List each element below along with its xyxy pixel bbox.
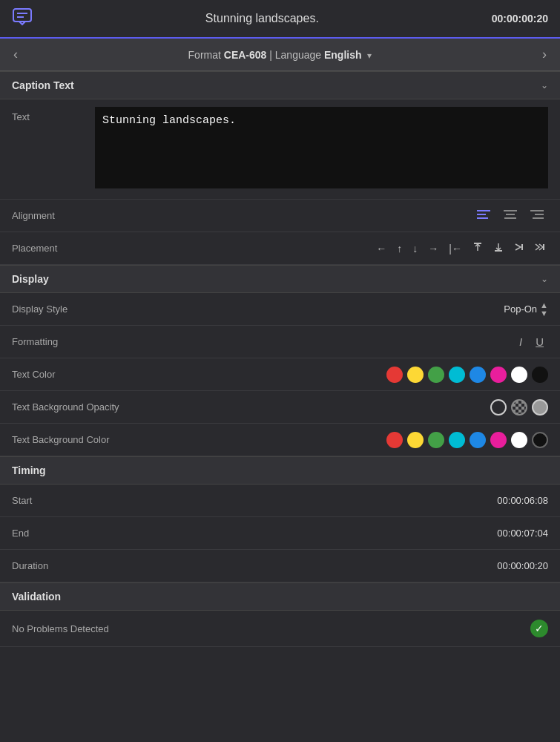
validation-check-icon: ✓ xyxy=(530,620,548,637)
opacity-solid[interactable] xyxy=(532,399,548,416)
bg-color-blue[interactable] xyxy=(470,432,486,448)
end-label: End xyxy=(12,528,116,539)
text-field-label: Text xyxy=(12,107,86,191)
color-blue[interactable] xyxy=(470,367,486,383)
display-style-label: Display Style xyxy=(12,303,116,315)
end-row: End 00:00:07:04 xyxy=(0,517,560,550)
color-white[interactable] xyxy=(511,367,527,383)
app-icon xyxy=(12,6,33,31)
color-cyan[interactable] xyxy=(449,367,465,383)
formatting-row: Formatting I U xyxy=(0,326,560,358)
check-mark: ✓ xyxy=(535,623,544,634)
validation-status-label: No Problems Detected xyxy=(12,623,109,634)
time-suffix: 20 xyxy=(536,13,548,24)
duration-label: Duration xyxy=(12,560,116,571)
caption-text-input[interactable]: Stunning landscapes. xyxy=(95,107,548,188)
text-bg-color-label: Text Background Color xyxy=(12,434,116,445)
format-prev-button[interactable]: ‹ xyxy=(7,44,24,65)
alignment-controls xyxy=(472,208,548,224)
language-dropdown-icon[interactable]: ▾ xyxy=(367,50,372,61)
bg-color-white[interactable] xyxy=(511,432,527,448)
language-value: English xyxy=(324,49,362,61)
start-row: Start 00:00:06:08 xyxy=(0,485,560,517)
format-value: CEA-608 xyxy=(224,49,267,61)
display-style-stepper[interactable]: ▲▼ xyxy=(540,301,548,318)
formatting-controls: I U xyxy=(515,334,548,349)
bg-color-black[interactable] xyxy=(532,432,548,448)
language-label: Language xyxy=(275,49,321,61)
text-bg-opacity-controls xyxy=(490,399,548,416)
display-section-header[interactable]: Display ⌄ xyxy=(0,265,560,293)
alignment-row: Alignment xyxy=(0,200,560,232)
format-label: Format xyxy=(188,49,221,61)
align-center-button[interactable] xyxy=(499,208,521,224)
format-bar: ‹ Format CEA-608 | Language English ▾ › xyxy=(0,39,560,71)
bg-color-yellow[interactable] xyxy=(407,432,424,448)
underline-button[interactable]: U xyxy=(531,334,548,349)
align-left-button[interactable] xyxy=(472,208,495,224)
placement-to-left-button[interactable]: |← xyxy=(446,241,465,256)
text-row: Text Stunning landscapes. xyxy=(0,99,560,200)
color-red[interactable] xyxy=(386,367,403,383)
timing-section-label: Timing xyxy=(12,464,46,476)
color-magenta[interactable] xyxy=(490,367,507,383)
timing-section-header: Timing xyxy=(0,456,560,485)
placement-label: Placement xyxy=(12,243,116,254)
validation-row: No Problems Detected ✓ xyxy=(0,611,560,647)
color-black[interactable] xyxy=(532,367,548,383)
italic-button[interactable]: I xyxy=(515,334,527,349)
start-value[interactable]: 00:00:06:08 xyxy=(497,495,548,506)
text-color-label: Text Color xyxy=(12,369,116,380)
bg-color-red[interactable] xyxy=(386,432,403,448)
color-yellow[interactable] xyxy=(407,367,424,383)
duration-row: Duration 00:00:00:20 xyxy=(0,550,560,582)
end-value[interactable]: 00:00:07:04 xyxy=(497,528,548,539)
display-style-wrapper: Pop-On ▲▼ xyxy=(504,301,548,318)
alignment-label: Alignment xyxy=(12,210,116,221)
display-style-value: Pop-On xyxy=(504,303,537,315)
format-bar-center: Format CEA-608 | Language English ▾ xyxy=(24,49,536,61)
display-style-row: Display Style Pop-On ▲▼ xyxy=(0,293,560,326)
caption-text-chevron: ⌄ xyxy=(541,80,548,91)
format-next-button[interactable]: › xyxy=(536,44,553,65)
duration-value[interactable]: 00:00:00:20 xyxy=(497,560,548,571)
formatting-label: Formatting xyxy=(12,336,116,347)
caption-text-label: Caption Text xyxy=(12,79,74,91)
time-prefix: 00:00:00: xyxy=(492,13,537,24)
placement-up-button[interactable]: ↑ xyxy=(394,241,405,256)
start-label: Start xyxy=(12,495,116,506)
validation-section-header: Validation xyxy=(0,582,560,611)
opacity-semi[interactable] xyxy=(511,399,527,416)
header-title: Stunning landscapes. xyxy=(205,12,319,25)
align-right-button[interactable] xyxy=(526,208,548,224)
display-section-chevron: ⌄ xyxy=(541,274,548,284)
text-bg-opacity-label: Text Background Opacity xyxy=(12,401,119,413)
color-green[interactable] xyxy=(428,367,444,383)
format-separator: | xyxy=(269,49,272,61)
header-time: 00:00:00:20 xyxy=(492,13,548,24)
bg-color-green[interactable] xyxy=(428,432,444,448)
validation-section-label: Validation xyxy=(12,591,61,603)
placement-controls: ← ↑ ↓ → |← xyxy=(373,240,548,256)
text-bg-color-swatches xyxy=(386,432,548,448)
text-bg-color-row: Text Background Color xyxy=(0,424,560,456)
header: Stunning landscapes. 00:00:00:20 xyxy=(0,0,560,39)
svg-rect-0 xyxy=(13,9,31,22)
opacity-none[interactable] xyxy=(490,399,507,416)
placement-to-top-button[interactable] xyxy=(470,240,486,256)
placement-left-button[interactable]: ← xyxy=(373,241,389,256)
placement-row: Placement ← ↑ ↓ → |← xyxy=(0,232,560,265)
bg-color-cyan[interactable] xyxy=(449,432,465,448)
display-section-label: Display xyxy=(12,273,49,285)
bg-color-magenta[interactable] xyxy=(490,432,507,448)
text-color-row: Text Color xyxy=(0,358,560,391)
placement-right-button[interactable]: → xyxy=(425,241,441,256)
placement-last-frame-button[interactable] xyxy=(532,240,548,256)
caption-text-section-header[interactable]: Caption Text ⌄ xyxy=(0,71,560,99)
text-color-swatches xyxy=(386,367,548,383)
placement-to-bottom-button[interactable] xyxy=(490,240,507,256)
text-bg-opacity-row: Text Background Opacity xyxy=(0,391,560,424)
text-area-wrapper: Stunning landscapes. xyxy=(95,107,548,191)
placement-next-frame-button[interactable] xyxy=(511,240,527,256)
placement-down-button[interactable]: ↓ xyxy=(409,241,421,256)
